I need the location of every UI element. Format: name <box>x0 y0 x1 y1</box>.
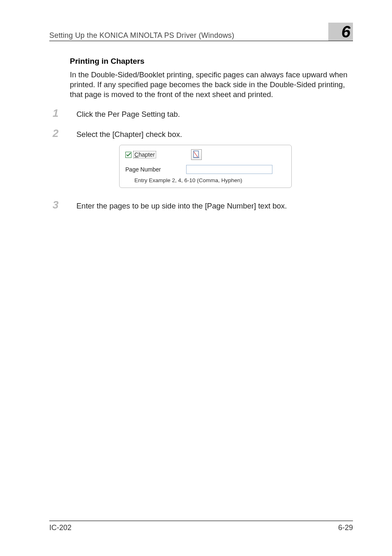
step-2: 2 Select the [Chapter] check box. <box>53 127 353 140</box>
pg-label-post: e Number <box>136 166 161 173</box>
entry-example-hint: Entry Example 2, 4, 6-10 (Comma, Hyphen) <box>134 177 286 183</box>
step-text: Enter the pages to be up side into the [… <box>76 202 287 211</box>
footer-right: 6-29 <box>338 524 353 532</box>
header-title: Setting Up the KONICA MINOLTA PS Driver … <box>49 31 234 40</box>
section-heading: Printing in Chapters <box>70 57 353 66</box>
document-icon <box>193 151 200 159</box>
chapter-settings-panel: Chapter Page Number Entry Example 2, 4 <box>119 145 292 188</box>
step-text: Click the Per Page Setting tab. <box>76 110 180 119</box>
footer-left: IC-202 <box>49 524 71 532</box>
ui-screenshot-figure: Chapter Page Number Entry Example 2, 4 <box>119 145 292 188</box>
page-number-input[interactable] <box>186 165 272 174</box>
chapter-label-accel: C <box>134 151 138 158</box>
pg-label-pre: Pa <box>125 166 132 173</box>
page-header: Setting Up the KONICA MINOLTA PS Driver … <box>49 23 353 41</box>
step-number: 1 <box>53 107 76 120</box>
chapter-number: 6 <box>341 23 350 40</box>
chapter-checkbox-row: Chapter <box>125 149 286 164</box>
page-number-label: Page Number <box>125 166 175 173</box>
page-number-row: Page Number <box>125 165 286 174</box>
step-number: 2 <box>53 127 76 140</box>
step-text: Select the [Chapter] check box. <box>76 130 182 139</box>
section-paragraph: In the Double-Sided/Booklet printing, sp… <box>70 70 353 100</box>
chapter-preview-icon-button[interactable] <box>191 149 202 160</box>
steps-list: 1 Click the Per Page Setting tab. 2 Sele… <box>53 107 353 211</box>
step-3: 3 Enter the pages to be up side into the… <box>53 199 353 211</box>
chapter-checkbox-label: Chapter <box>133 151 156 158</box>
step-1: 1 Click the Per Page Setting tab. <box>53 107 353 120</box>
chapter-checkbox[interactable] <box>125 152 131 158</box>
step-number: 3 <box>53 199 76 211</box>
chapter-number-box: 6 <box>328 23 353 41</box>
page-footer: IC-202 6-29 <box>49 521 353 532</box>
chapter-label-text: hapter <box>138 151 155 158</box>
pg-label-accel: g <box>132 166 136 173</box>
checkmark-icon <box>126 153 131 157</box>
